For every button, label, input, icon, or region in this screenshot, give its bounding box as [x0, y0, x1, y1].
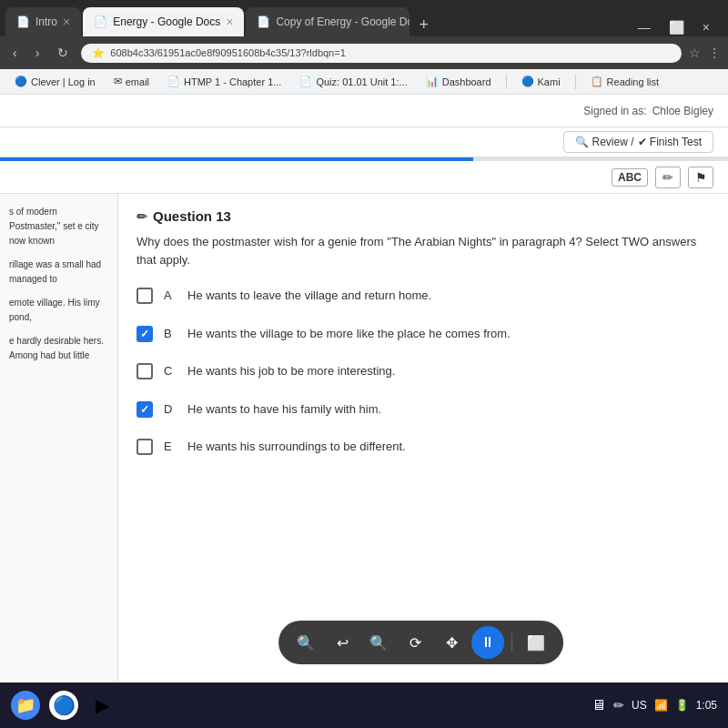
checkbox-d[interactable]	[136, 401, 153, 418]
question-text: Why does the postmaster wish for a genie…	[136, 233, 710, 268]
action-bar: ABC ✏ ⚑	[0, 161, 728, 194]
time-display: 1:05	[696, 699, 717, 712]
review-finish-button[interactable]: 🔍 Review / ✔ Finish Test	[563, 131, 713, 153]
url-text: 608b4c33/61951ac0e8f90951608b4c35/13?rld…	[110, 47, 345, 58]
reading-list-icon: 📋	[591, 76, 603, 87]
tab-icon: 📄	[16, 15, 30, 28]
region-label: US	[632, 699, 647, 712]
finish-test-label: ✔ Finish Test	[638, 136, 702, 148]
bookmark-htmp[interactable]: 📄 HTMP 1 - Chapter 1...	[160, 74, 288, 89]
bookmark-dashboard[interactable]: 📊 Dashboard	[419, 74, 499, 89]
taskbar-chrome-icon[interactable]: 🔵	[49, 691, 78, 720]
bookmark-quiz[interactable]: 📄 Quiz: 01.01 Unit 1:...	[292, 74, 414, 89]
wifi-icon: 📶	[654, 699, 668, 712]
bookmark-clever[interactable]: 🔵 Clever | Log in	[7, 74, 103, 89]
maximize-button[interactable]: ⬜	[663, 18, 690, 36]
question-number: Question 13	[153, 208, 231, 224]
user-name: Chloe Bigley	[652, 105, 713, 117]
taskbar-play-icon[interactable]: ▶	[87, 691, 116, 720]
media-record-button[interactable]: 🔍	[362, 626, 395, 659]
answer-option-a: A He wants to leave the village and retu…	[136, 283, 710, 308]
battery-icon: 🔋	[675, 699, 689, 712]
tab-copy-energy[interactable]: 📄 Copy of Energy - Google Docs ×	[246, 7, 410, 36]
media-fullscreen-button[interactable]: ⬜	[520, 626, 552, 659]
files-icon: 📁	[15, 695, 35, 715]
option-text-d: He wants to have his family with him.	[187, 400, 381, 419]
signed-in-area: Signed in as: Chloe Bigley	[583, 105, 713, 117]
tab-energy[interactable]: 📄 Energy - Google Docs ×	[83, 7, 244, 36]
review-label: Review /	[592, 136, 634, 148]
question-header: ✏ Question 13	[136, 208, 710, 224]
bookmark-reading-list[interactable]: 📋 Reading list	[583, 74, 666, 89]
passage-para-1: s of modern Postmaster," set e city now …	[9, 205, 108, 248]
tab-label-energy: Energy - Google Docs	[113, 15, 220, 28]
option-text-a: He wants to leave the village and return…	[187, 287, 431, 305]
option-letter-d: D	[164, 402, 177, 416]
window-controls: — ⬜ ×	[632, 18, 723, 36]
abc-button[interactable]: ABC	[612, 168, 648, 187]
new-tab-button[interactable]: +	[411, 13, 436, 36]
browser-window: 📄 Intro × 📄 Energy - Google Docs × 📄 Cop…	[0, 0, 728, 728]
media-rotate-button[interactable]: ⟳	[399, 626, 431, 659]
checkbox-e[interactable]	[136, 439, 153, 455]
passage-para-3: emote village. His limy pond,	[9, 296, 108, 325]
passage-para-2: rillage was a small had managed to	[9, 258, 108, 287]
minimize-button[interactable]: —	[632, 18, 656, 36]
bookmark-separator-2	[575, 75, 576, 89]
address-bar-row: ‹ › ↻ ⭐ 608b4c33/61951ac0e8f90951608b4c3…	[0, 36, 728, 69]
review-icon: 🔍	[575, 136, 589, 148]
forward-button[interactable]: ›	[30, 44, 46, 62]
kami-icon: 🔵	[521, 76, 534, 87]
close-button[interactable]: ×	[697, 18, 715, 36]
play-icon: ▶	[96, 694, 109, 716]
browser-body: Signed in as: Chloe Bigley 🔍 Review / ✔ …	[0, 95, 728, 682]
bookmark-email[interactable]: ✉ email	[106, 74, 157, 89]
bookmark-quiz-label: Quiz: 01.01 Unit 1:...	[316, 76, 407, 87]
tab-intro[interactable]: 📄 Intro ×	[5, 7, 81, 36]
clever-icon: 🔵	[15, 76, 27, 87]
answer-option-d: D He wants to have his family with him.	[136, 397, 710, 422]
reload-button[interactable]: ↻	[52, 44, 74, 62]
tab-close-intro[interactable]: ×	[63, 15, 70, 29]
menu-dots-icon[interactable]: ⋮	[708, 46, 721, 60]
back-button[interactable]: ‹	[7, 44, 23, 62]
pen-icon: ✏	[613, 698, 624, 713]
checkbox-c[interactable]	[136, 363, 153, 379]
tab-icon-energy: 📄	[94, 15, 107, 28]
dashboard-icon: 📊	[426, 76, 439, 87]
tab-bar: 📄 Intro × 📄 Energy - Google Docs × 📄 Cop…	[0, 0, 728, 36]
option-text-c: He wants his job to be more interesting.	[187, 362, 395, 380]
tab-icon-copy: 📄	[257, 15, 270, 28]
option-text-b: He wants the village to be more like the…	[187, 325, 511, 343]
content-area: s of modern Postmaster," set e city now …	[0, 194, 728, 682]
htmp-icon: 📄	[167, 76, 180, 87]
tab-label: Intro	[35, 15, 57, 28]
bookmark-kami[interactable]: 🔵 Kami	[514, 74, 568, 89]
quiz-icon: 📄	[299, 76, 312, 87]
option-letter-b: B	[164, 327, 177, 340]
bookmarks-bar: 🔵 Clever | Log in ✉ email 📄 HTMP 1 - Cha…	[0, 69, 728, 95]
edit-button[interactable]: ✏	[655, 167, 681, 188]
media-rewind-button[interactable]: ↩	[326, 626, 359, 659]
checkbox-a[interactable]	[136, 288, 153, 304]
bookmark-separator	[506, 75, 507, 89]
answer-option-c: C He wants his job to be more interestin…	[136, 359, 710, 384]
tab-close-energy[interactable]: ×	[226, 15, 233, 29]
address-bar[interactable]: ⭐ 608b4c33/61951ac0e8f90951608b4c35/13?r…	[81, 44, 682, 63]
main-question-area: ✏ Question 13 Why does the postmaster wi…	[118, 194, 728, 682]
pencil-icon: ✏	[136, 209, 147, 224]
taskbar-files-icon[interactable]: 📁	[11, 691, 40, 720]
bookmark-email-label: email	[126, 76, 149, 87]
media-move-button[interactable]: ✥	[435, 626, 468, 659]
media-search-button[interactable]: 🔍	[289, 626, 322, 659]
media-toolbar: 🔍 ↩ 🔍 ⟳ ✥ ⏸ ⬜	[278, 621, 563, 664]
flag-button[interactable]: ⚑	[688, 167, 713, 188]
media-separator	[511, 633, 512, 652]
star-icon[interactable]: ☆	[689, 46, 701, 60]
media-pause-button[interactable]: ⏸	[471, 626, 504, 659]
bookmark-reading-list-label: Reading list	[607, 76, 659, 87]
option-letter-a: A	[164, 288, 177, 302]
checkbox-b[interactable]	[136, 326, 153, 342]
taskbar: 📁 🔵 ▶ 🖥 ✏ US 📶 🔋 1:05	[0, 682, 728, 728]
passage-sidebar: s of modern Postmaster," set e city now …	[0, 194, 118, 682]
